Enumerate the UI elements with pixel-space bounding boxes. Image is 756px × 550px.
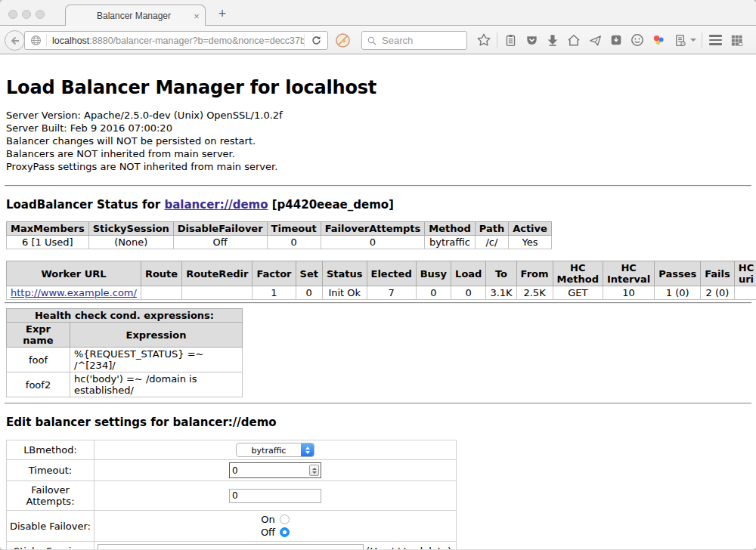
sticky-session-input[interactable]	[98, 544, 364, 549]
hello-colored-dots-icon[interactable]	[648, 29, 669, 51]
sticky-session-row: Sticky Session: (Use '-' to delete)	[7, 542, 457, 550]
pocket-icon[interactable]	[521, 29, 542, 51]
disable-failover-off-radio[interactable]	[280, 527, 290, 537]
tab-balancer-manager[interactable]: Balancer Manager ×	[65, 5, 206, 26]
col-fails: Fails	[701, 261, 735, 286]
col-elected: Elected	[367, 261, 416, 286]
inherit-note-line: Balancers are NOT inherited from main se…	[6, 147, 750, 160]
tab-title: Balancer Manager	[66, 11, 188, 21]
col-busy: Busy	[416, 261, 451, 286]
toolbar-divider	[702, 32, 702, 48]
content-blocked-icon[interactable]	[335, 32, 351, 48]
table-header-row: Expr name Expression	[7, 323, 243, 348]
cell-failoverattempts: 0	[321, 236, 425, 249]
cell-worker-url: http://www.example.com/	[7, 286, 141, 300]
tab-groups-icon[interactable]	[726, 29, 747, 51]
cell-expr-name: foof	[7, 348, 70, 372]
number-spinner-icon[interactable]	[309, 465, 319, 476]
cell-passes: 1 (0)	[655, 286, 701, 300]
balancer-demo-link[interactable]: balancer://demo	[164, 198, 268, 212]
cell-from: 2.5K	[516, 286, 553, 300]
proxypass-note-line: ProxyPass settings are NOT inherited fro…	[6, 160, 750, 173]
cell-factor: 1	[253, 286, 296, 300]
home-icon[interactable]	[563, 29, 584, 51]
failover-attempts-row: Failover Attempts:	[7, 481, 457, 511]
search-icon	[367, 36, 377, 46]
search-bar[interactable]	[361, 31, 467, 50]
col-set: Set	[296, 261, 322, 286]
cell-load: 0	[451, 286, 486, 300]
back-arrow-icon	[9, 35, 21, 47]
disable-failover-row: Disable Failover: On Off	[7, 511, 457, 542]
cell-to: 3.1K	[486, 286, 516, 300]
col-to: To	[486, 261, 516, 286]
url-text[interactable]: localhost:8880/balancer-manager?b=demo&n…	[47, 36, 304, 46]
edit-balancer-form: LBmethod: bytraffic Timeout:	[6, 440, 457, 549]
page-title: Load Balancer Manager for localhost	[6, 77, 750, 98]
bookmark-star-icon[interactable]	[473, 29, 494, 51]
failover-attempts-input[interactable]	[229, 489, 321, 503]
reading-list-sidebar-icon[interactable]	[669, 29, 690, 51]
table-header-row: MaxMembers StickySession DisableFailover…	[7, 222, 552, 236]
window-close-button[interactable]	[8, 10, 17, 19]
url-bar[interactable]: localhost:8880/balancer-manager?b=demo&n…	[24, 31, 328, 50]
col-expression: Expression	[70, 323, 243, 348]
table-row: http://www.example.com/ 1 0 Init Ok 7 0 …	[7, 286, 756, 300]
disable-failover-on-radio[interactable]	[280, 514, 290, 524]
col-status: Status	[322, 261, 367, 286]
tab-bar: Balancer Manager × +	[0, 0, 756, 26]
lbmethod-label: LBmethod:	[7, 440, 94, 460]
col-hc-uri: HC uri	[734, 261, 756, 286]
worker-table: Worker URL Route RouteRedir Factor Set S…	[6, 261, 756, 300]
site-identity-globe-icon[interactable]	[25, 34, 47, 47]
col-passes: Passes	[655, 261, 701, 286]
server-version-line: Server Version: Apache/2.5.0-dev (Unix) …	[6, 109, 750, 122]
timeout-input[interactable]	[229, 462, 321, 478]
status-heading-suffix: [p4420eeae_demo]	[268, 198, 394, 212]
balancer-status-heading: LoadBalancer Status for balancer://demo …	[6, 198, 750, 212]
divider	[5, 302, 751, 304]
new-tab-button[interactable]: +	[213, 6, 231, 22]
table-row: 6 [1 Used] (None) Off 0 0 bytraffic /c/ …	[7, 236, 552, 249]
col-timeout: Timeout	[267, 222, 321, 236]
col-routeredir: RouteRedir	[182, 261, 253, 286]
cell-method: bytraffic	[425, 236, 475, 249]
cell-stickysession: (None)	[88, 236, 173, 249]
cell-fails: 2 (0)	[701, 286, 735, 300]
send-telemetry-icon[interactable]	[584, 29, 606, 51]
reload-button[interactable]	[305, 35, 327, 46]
cell-elected: 7	[367, 286, 416, 300]
sticky-session-label: Sticky Session:	[7, 542, 94, 550]
col-load: Load	[451, 261, 486, 286]
downloads-icon[interactable]	[542, 29, 563, 51]
lbmethod-select[interactable]: bytraffic	[236, 443, 314, 457]
chat-smiley-icon[interactable]	[627, 29, 648, 51]
window-zoom-button[interactable]	[36, 10, 45, 19]
divider	[5, 185, 751, 187]
cell-timeout: 0	[267, 236, 321, 249]
edit-settings-heading: Edit balancer settings for balancer://de…	[6, 416, 750, 429]
tab-close-icon[interactable]: ×	[188, 11, 205, 22]
bookmarks-menu-icon[interactable]	[500, 29, 521, 51]
save-to-device-icon[interactable]	[606, 29, 627, 51]
failover-attempts-label: Failover Attempts:	[7, 481, 94, 511]
cell-hc-uri	[734, 286, 756, 300]
back-button[interactable]	[5, 30, 25, 51]
disable-failover-label: Disable Failover:	[7, 511, 94, 542]
col-maxmembers: MaxMembers	[7, 222, 89, 236]
col-expr-name: Expr name	[7, 323, 70, 348]
search-input[interactable]	[377, 34, 466, 47]
browser-window: Balancer Manager × + localhost:8880/bala…	[0, 0, 756, 550]
chevron-down-icon[interactable]	[690, 39, 696, 42]
menu-hamburger-icon[interactable]	[705, 29, 726, 51]
cell-route	[141, 286, 181, 300]
server-built-line: Server Built: Feb 9 2016 07:00:20	[6, 122, 750, 134]
worker-url-link[interactable]: http://www.example.com/	[11, 287, 137, 298]
lbmethod-row: LBmethod: bytraffic	[7, 440, 457, 460]
col-method: Method	[425, 222, 475, 236]
timeout-row: Timeout:	[7, 460, 457, 481]
cell-set: 0	[296, 286, 322, 300]
col-hc-interval: HC Interval	[603, 261, 654, 286]
navigation-toolbar: localhost:8880/balancer-manager?b=demo&n…	[0, 26, 756, 54]
window-minimize-button[interactable]	[22, 10, 31, 19]
